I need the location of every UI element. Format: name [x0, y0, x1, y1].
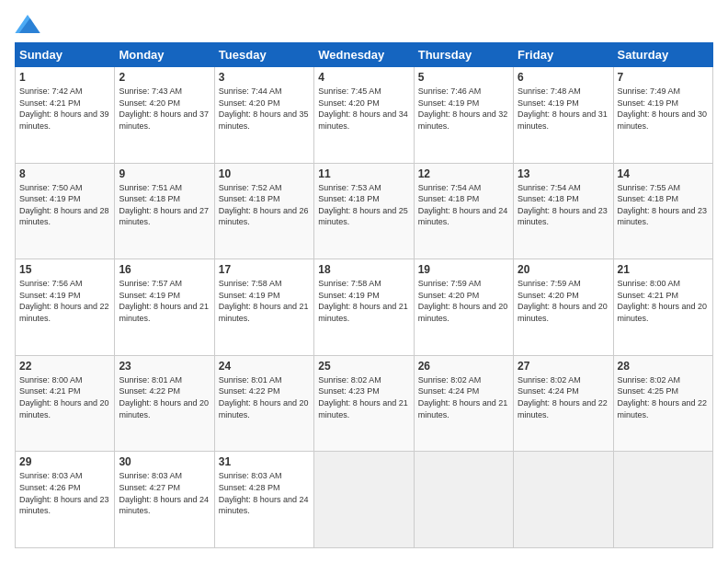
day-number: 3: [219, 71, 310, 84]
day-info: Sunrise: 8:03 AMSunset: 4:27 PMDaylight:…: [119, 471, 209, 515]
day-info: Sunrise: 8:02 AMSunset: 4:24 PMDaylight:…: [518, 375, 608, 419]
day-number: 19: [418, 263, 509, 276]
calendar-day-cell: 13 Sunrise: 7:54 AMSunset: 4:18 PMDaylig…: [514, 163, 613, 259]
day-number: 14: [618, 167, 709, 180]
day-info: Sunrise: 7:46 AMSunset: 4:19 PMDaylight:…: [418, 86, 508, 131]
day-info: Sunrise: 8:00 AMSunset: 4:21 PMDaylight:…: [19, 375, 109, 419]
day-number: 2: [119, 71, 210, 84]
calendar-day-cell: 30 Sunrise: 8:03 AMSunset: 4:27 PMDaylig…: [115, 452, 214, 548]
day-number: 15: [19, 263, 110, 276]
day-info: Sunrise: 7:58 AMSunset: 4:19 PMDaylight:…: [318, 279, 408, 323]
calendar-week-row: 1 Sunrise: 7:42 AMSunset: 4:21 PMDayligh…: [16, 67, 713, 164]
day-number: 1: [19, 71, 110, 84]
day-number: 8: [19, 167, 110, 180]
calendar-day-header: Sunday: [16, 43, 115, 67]
day-info: Sunrise: 7:54 AMSunset: 4:18 PMDaylight:…: [518, 183, 608, 227]
day-info: Sunrise: 7:49 AMSunset: 4:19 PMDaylight:…: [618, 86, 708, 131]
calendar-day-cell: 11 Sunrise: 7:53 AMSunset: 4:18 PMDaylig…: [314, 163, 414, 259]
logo: [15, 15, 44, 33]
calendar-day-cell: 19 Sunrise: 7:59 AMSunset: 4:20 PMDaylig…: [414, 259, 513, 356]
day-number: 6: [518, 71, 609, 84]
calendar-day-cell: 5 Sunrise: 7:46 AMSunset: 4:19 PMDayligh…: [414, 67, 513, 164]
day-number: 5: [418, 71, 509, 84]
day-number: 23: [119, 360, 210, 373]
day-number: 10: [219, 167, 310, 180]
day-info: Sunrise: 8:02 AMSunset: 4:24 PMDaylight:…: [418, 375, 508, 419]
calendar-day-cell: 3 Sunrise: 7:44 AMSunset: 4:20 PMDayligh…: [214, 67, 313, 164]
day-info: Sunrise: 8:03 AMSunset: 4:26 PMDaylight:…: [19, 471, 109, 515]
day-number: 18: [318, 263, 409, 276]
day-info: Sunrise: 7:45 AMSunset: 4:20 PMDaylight:…: [318, 86, 408, 131]
calendar-day-cell: 7 Sunrise: 7:49 AMSunset: 4:19 PMDayligh…: [613, 67, 712, 164]
day-number: 31: [219, 455, 310, 468]
day-number: 27: [518, 360, 609, 373]
day-info: Sunrise: 7:51 AMSunset: 4:18 PMDaylight:…: [119, 183, 209, 227]
calendar-table: SundayMondayTuesdayWednesdayThursdayFrid…: [15, 42, 713, 548]
day-number: 4: [318, 71, 409, 84]
day-info: Sunrise: 7:50 AMSunset: 4:19 PMDaylight:…: [19, 183, 109, 227]
calendar-day-cell: 12 Sunrise: 7:54 AMSunset: 4:18 PMDaylig…: [414, 163, 513, 259]
calendar-day-cell: 16 Sunrise: 7:57 AMSunset: 4:19 PMDaylig…: [115, 259, 214, 356]
day-number: 28: [618, 360, 709, 373]
calendar-day-cell: [514, 452, 613, 548]
day-info: Sunrise: 7:48 AMSunset: 4:19 PMDaylight:…: [518, 86, 608, 131]
day-number: 20: [518, 263, 609, 276]
calendar-day-cell: [613, 452, 712, 548]
day-number: 24: [219, 360, 310, 373]
calendar-day-cell: 24 Sunrise: 8:01 AMSunset: 4:22 PMDaylig…: [214, 355, 313, 452]
calendar-day-cell: 27 Sunrise: 8:02 AMSunset: 4:24 PMDaylig…: [514, 355, 613, 452]
calendar-day-header: Friday: [514, 43, 613, 67]
day-number: 7: [618, 71, 709, 84]
day-info: Sunrise: 8:01 AMSunset: 4:22 PMDaylight:…: [219, 375, 309, 419]
calendar-day-cell: 15 Sunrise: 7:56 AMSunset: 4:19 PMDaylig…: [16, 259, 115, 356]
day-info: Sunrise: 7:53 AMSunset: 4:18 PMDaylight:…: [318, 183, 408, 227]
day-info: Sunrise: 7:57 AMSunset: 4:19 PMDaylight:…: [119, 279, 209, 323]
day-info: Sunrise: 7:58 AMSunset: 4:19 PMDaylight:…: [219, 279, 309, 323]
calendar-day-cell: 9 Sunrise: 7:51 AMSunset: 4:18 PMDayligh…: [115, 163, 214, 259]
calendar-day-cell: 4 Sunrise: 7:45 AMSunset: 4:20 PMDayligh…: [314, 67, 414, 164]
day-info: Sunrise: 7:42 AMSunset: 4:21 PMDaylight:…: [19, 86, 109, 131]
calendar-week-row: 22 Sunrise: 8:00 AMSunset: 4:21 PMDaylig…: [16, 355, 713, 452]
calendar-day-cell: 10 Sunrise: 7:52 AMSunset: 4:18 PMDaylig…: [214, 163, 313, 259]
calendar-day-header: Thursday: [414, 43, 513, 67]
calendar-day-cell: 23 Sunrise: 8:01 AMSunset: 4:22 PMDaylig…: [115, 355, 214, 452]
calendar-day-cell: 1 Sunrise: 7:42 AMSunset: 4:21 PMDayligh…: [16, 67, 115, 164]
day-number: 13: [518, 167, 609, 180]
day-number: 21: [618, 263, 709, 276]
day-info: Sunrise: 7:59 AMSunset: 4:20 PMDaylight:…: [418, 279, 508, 323]
day-info: Sunrise: 7:54 AMSunset: 4:18 PMDaylight:…: [418, 183, 508, 227]
logo-icon: [15, 15, 40, 33]
day-number: 26: [418, 360, 509, 373]
day-number: 12: [418, 167, 509, 180]
calendar-day-header: Monday: [115, 43, 214, 67]
calendar-day-cell: 28 Sunrise: 8:02 AMSunset: 4:25 PMDaylig…: [613, 355, 712, 452]
calendar-day-cell: 20 Sunrise: 7:59 AMSunset: 4:20 PMDaylig…: [514, 259, 613, 356]
calendar-day-cell: 29 Sunrise: 8:03 AMSunset: 4:26 PMDaylig…: [16, 452, 115, 548]
day-info: Sunrise: 7:55 AMSunset: 4:18 PMDaylight:…: [618, 183, 708, 227]
day-number: 11: [318, 167, 409, 180]
day-info: Sunrise: 7:59 AMSunset: 4:20 PMDaylight:…: [518, 279, 608, 323]
calendar-day-cell: [414, 452, 513, 548]
day-number: 17: [219, 263, 310, 276]
calendar-day-cell: 18 Sunrise: 7:58 AMSunset: 4:19 PMDaylig…: [314, 259, 414, 356]
calendar-day-header: Saturday: [613, 43, 712, 67]
day-info: Sunrise: 7:56 AMSunset: 4:19 PMDaylight:…: [19, 279, 109, 323]
calendar-day-cell: 8 Sunrise: 7:50 AMSunset: 4:19 PMDayligh…: [16, 163, 115, 259]
day-number: 9: [119, 167, 210, 180]
calendar-week-row: 8 Sunrise: 7:50 AMSunset: 4:19 PMDayligh…: [16, 163, 713, 259]
calendar-day-header: Tuesday: [214, 43, 313, 67]
calendar-day-cell: 26 Sunrise: 8:02 AMSunset: 4:24 PMDaylig…: [414, 355, 513, 452]
calendar-day-cell: 17 Sunrise: 7:58 AMSunset: 4:19 PMDaylig…: [214, 259, 313, 356]
calendar-day-header: Wednesday: [314, 43, 414, 67]
header: [15, 15, 713, 33]
day-info: Sunrise: 8:01 AMSunset: 4:22 PMDaylight:…: [119, 375, 209, 419]
calendar-day-cell: [314, 452, 414, 548]
day-info: Sunrise: 8:02 AMSunset: 4:23 PMDaylight:…: [318, 375, 408, 419]
day-info: Sunrise: 8:00 AMSunset: 4:21 PMDaylight:…: [618, 279, 708, 323]
day-number: 22: [19, 360, 110, 373]
day-number: 30: [119, 455, 210, 468]
day-info: Sunrise: 8:02 AMSunset: 4:25 PMDaylight:…: [618, 375, 708, 419]
calendar-day-cell: 6 Sunrise: 7:48 AMSunset: 4:19 PMDayligh…: [514, 67, 613, 164]
calendar-week-row: 15 Sunrise: 7:56 AMSunset: 4:19 PMDaylig…: [16, 259, 713, 356]
calendar-header-row: SundayMondayTuesdayWednesdayThursdayFrid…: [16, 43, 713, 67]
